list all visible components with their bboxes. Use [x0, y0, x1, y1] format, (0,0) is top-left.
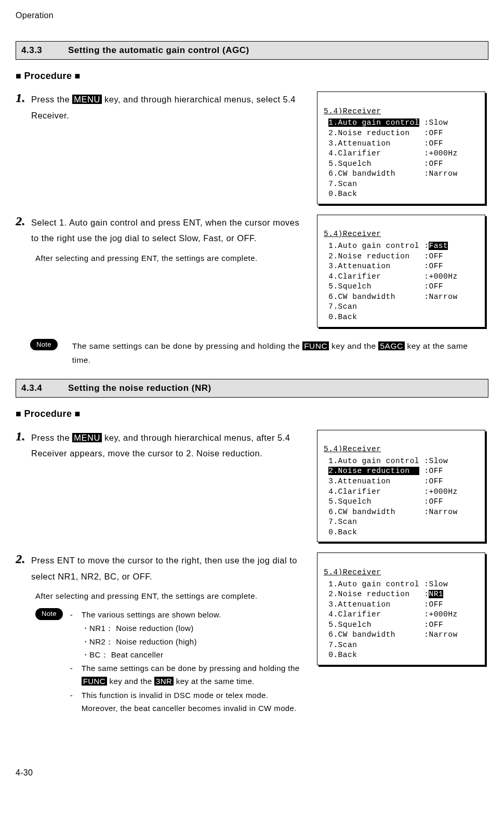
menu-title: 5.4)Receiver — [324, 229, 381, 240]
func-key-badge: FUNC — [302, 341, 329, 350]
menu-value-selected: NR1 — [429, 590, 443, 598]
note-row: Note The same settings can be done by pr… — [30, 339, 488, 368]
step-number: 1. — [16, 430, 31, 442]
nr-key-badge: 3NR — [154, 677, 174, 686]
menu-item-selected: 1.Auto gain control — [328, 119, 419, 127]
menu-key-badge: MENU — [72, 433, 102, 442]
section-number: 4.3.3 — [21, 45, 68, 56]
receiver-menu: 5.4)Receiver 1.Auto gain control :Slow 2… — [317, 552, 485, 665]
receiver-menu: 5.4)Receiver 1.Auto gain control :Slow 2… — [317, 91, 485, 204]
note-row: Note -The various settings are shown bel… — [35, 608, 307, 716]
step-row: 2. Select 1. Auto gain control and press… — [16, 215, 488, 327]
step-text: Select 1. Auto gain control and press EN… — [31, 215, 307, 246]
receiver-menu: 5.4)Receiver 1.Auto gain control :Fast 2… — [317, 215, 485, 327]
menu-title: 5.4)Receiver — [324, 107, 381, 117]
page-footer: 4-30 — [16, 768, 488, 779]
section-number: 4.3.4 — [21, 383, 68, 394]
section-title: Setting the automatic gain control (AGC) — [68, 45, 249, 55]
step-row: 1. Press the MENU key, and through hiera… — [16, 430, 488, 543]
after-note: After selecting and pressing ENT, the se… — [35, 589, 307, 603]
page-header: Operation — [16, 10, 488, 21]
note-badge: Note — [35, 608, 63, 620]
section-title: Setting the noise reduction (NR) — [68, 383, 211, 393]
section-header-agc: 4.3.3Setting the automatic gain control … — [16, 41, 488, 60]
menu-item-selected: 2.Noise reduction — [328, 467, 419, 475]
after-note: After selecting and pressing ENT, the se… — [35, 252, 307, 265]
receiver-menu: 5.4)Receiver 1.Auto gain control :Slow 2… — [317, 430, 485, 543]
menu-title: 5.4)Receiver — [324, 444, 381, 455]
procedure-title: ■ Procedure ■ — [16, 70, 488, 82]
step-number: 1. — [16, 91, 31, 104]
menu-value-selected: Fast — [429, 242, 448, 250]
note-list: -The various settings are shown below. ・… — [70, 608, 307, 716]
menu-key-badge: MENU — [72, 95, 102, 104]
step-text: Press the MENU key, and through hierarch… — [31, 430, 307, 462]
section-header-nr: 4.3.4Setting the noise reduction (NR) — [16, 379, 488, 398]
note-text: The same settings can be done by pressin… — [72, 339, 488, 368]
step-text: Press ENT to move the cursor to the righ… — [31, 552, 307, 584]
note-badge: Note — [30, 339, 58, 351]
step-row: 2. Press ENT to move the cursor to the r… — [16, 552, 488, 716]
func-key-badge: FUNC — [82, 677, 107, 686]
menu-title: 5.4)Receiver — [324, 568, 381, 578]
step-number: 2. — [16, 215, 31, 227]
step-number: 2. — [16, 552, 31, 565]
procedure-title: ■ Procedure ■ — [16, 408, 488, 420]
step-row: 1. Press the MENU key, and through hiera… — [16, 91, 488, 204]
step-text: Press the MENU key, and through hierarch… — [31, 91, 307, 123]
agc-key-badge: 5AGC — [378, 341, 404, 350]
